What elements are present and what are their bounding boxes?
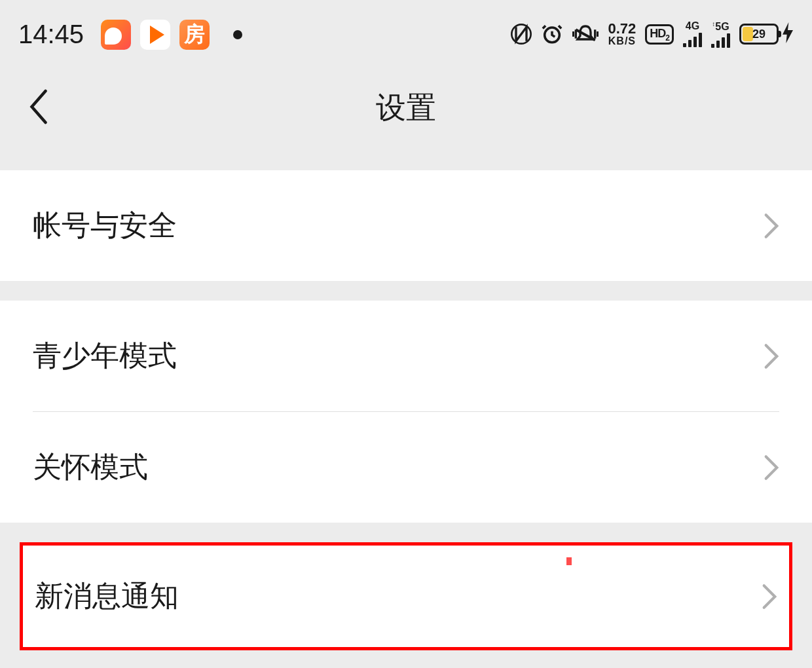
signal-5g: ↕5G (711, 21, 730, 48)
page-title: 设置 (376, 88, 436, 128)
signal-4g: 4G (683, 21, 702, 47)
fang-app-icon: 房 (179, 20, 210, 50)
section-highlighted: 新消息通知 (20, 542, 792, 650)
battery-indicator: 29 (739, 22, 794, 46)
nfc-icon (511, 24, 532, 45)
row-teen-mode[interactable]: 青少年模式 (0, 301, 812, 411)
row-label: 新消息通知 (35, 577, 179, 616)
battery-percent: 29 (752, 28, 766, 41)
status-bar: 14:45 房 0.72 K (0, 0, 812, 69)
row-account-security[interactable]: 帐号与安全 (0, 170, 812, 281)
chevron-right-icon (764, 213, 779, 239)
chevron-right-icon (764, 455, 779, 481)
signal-4g-label: 4G (686, 21, 699, 31)
row-label: 关怀模式 (33, 448, 148, 487)
charging-icon (782, 22, 794, 46)
network-speed: 0.72 KB/S (608, 22, 636, 46)
row-care-mode[interactable]: 关怀模式 (0, 412, 812, 523)
section-modes: 青少年模式 关怀模式 (0, 301, 812, 523)
vibrate-icon (572, 23, 599, 45)
signal-5g-label: ↕5G (712, 21, 729, 32)
status-left: 14:45 房 (18, 20, 242, 50)
signal-bars-icon (683, 33, 702, 47)
speed-unit: KB/S (608, 36, 636, 46)
battery-fill (743, 27, 753, 41)
row-label: 帐号与安全 (33, 206, 177, 245)
weibo-app-icon (101, 20, 131, 50)
row-new-message-notify[interactable]: 新消息通知 (23, 546, 789, 647)
alarm-icon (541, 23, 563, 45)
chevron-right-icon (762, 584, 777, 610)
status-right: 0.72 KB/S HD2 4G ↕5G 29 (511, 21, 794, 48)
chevron-right-icon (764, 343, 779, 369)
red-dot-icon (566, 557, 572, 565)
speed-value: 0.72 (608, 22, 636, 36)
back-button[interactable] (28, 89, 50, 127)
video-app-icon (140, 20, 170, 50)
status-time: 14:45 (18, 20, 84, 49)
nav-header: 设置 (0, 69, 812, 147)
section-account: 帐号与安全 (0, 170, 812, 281)
signal-bars-icon (711, 33, 730, 48)
hd-badge-icon: HD2 (645, 24, 674, 45)
row-label: 青少年模式 (33, 337, 177, 375)
settings-list: 帐号与安全 青少年模式 关怀模式 新消息通知 (0, 147, 812, 650)
notification-dot-icon (233, 30, 242, 39)
